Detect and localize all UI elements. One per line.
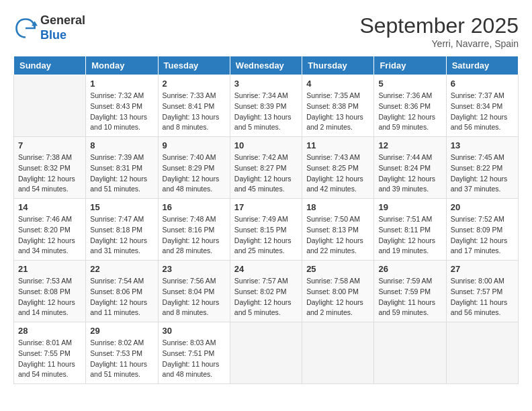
logo: General Blue bbox=[13, 13, 85, 42]
calendar-cell: 25Sunrise: 7:58 AMSunset: 8:00 PMDayligh… bbox=[302, 261, 374, 322]
day-detail: Sunrise: 7:51 AMSunset: 8:11 PMDaylight:… bbox=[378, 214, 441, 257]
day-detail: Sunrise: 7:54 AMSunset: 8:06 PMDaylight:… bbox=[90, 276, 153, 318]
calendar-cell: 3Sunrise: 7:34 AMSunset: 8:39 PMDaylight… bbox=[230, 75, 302, 137]
day-detail: Sunrise: 7:40 AMSunset: 8:29 PMDaylight:… bbox=[163, 152, 226, 195]
calendar-cell: 21Sunrise: 7:53 AMSunset: 8:08 PMDayligh… bbox=[14, 261, 86, 322]
day-detail: Sunrise: 7:37 AMSunset: 8:34 PMDaylight:… bbox=[451, 91, 514, 133]
day-detail: Sunrise: 7:38 AMSunset: 8:32 PMDaylight:… bbox=[18, 152, 81, 195]
day-detail: Sunrise: 7:32 AMSunset: 8:43 PMDaylight:… bbox=[90, 91, 153, 133]
day-number: 15 bbox=[90, 202, 153, 212]
day-detail: Sunrise: 7:58 AMSunset: 8:00 PMDaylight:… bbox=[306, 276, 369, 318]
day-number: 6 bbox=[451, 79, 514, 89]
day-detail: Sunrise: 7:43 AMSunset: 8:25 PMDaylight:… bbox=[306, 152, 369, 195]
day-number: 4 bbox=[306, 79, 369, 89]
day-detail: Sunrise: 7:36 AMSunset: 8:36 PMDaylight:… bbox=[378, 91, 441, 133]
day-detail: Sunrise: 8:03 AMSunset: 7:51 PMDaylight:… bbox=[163, 338, 226, 380]
day-number: 5 bbox=[378, 79, 441, 89]
day-detail: Sunrise: 7:46 AMSunset: 8:20 PMDaylight:… bbox=[18, 214, 81, 257]
page-header: General Blue September 2025 Yerri, Navar… bbox=[13, 13, 519, 49]
day-detail: Sunrise: 7:35 AMSunset: 8:38 PMDaylight:… bbox=[306, 91, 369, 133]
title-block: September 2025 Yerri, Navarre, Spain bbox=[359, 13, 519, 49]
day-number: 17 bbox=[234, 202, 298, 212]
day-number: 3 bbox=[234, 79, 298, 89]
day-number: 22 bbox=[90, 264, 153, 274]
day-detail: Sunrise: 7:39 AMSunset: 8:31 PMDaylight:… bbox=[90, 152, 153, 195]
calendar-cell: 27Sunrise: 8:00 AMSunset: 7:57 PMDayligh… bbox=[446, 261, 518, 322]
calendar-cell: 24Sunrise: 7:57 AMSunset: 8:02 PMDayligh… bbox=[230, 261, 302, 322]
calendar-cell: 16Sunrise: 7:48 AMSunset: 8:16 PMDayligh… bbox=[158, 199, 230, 261]
day-number: 21 bbox=[18, 264, 81, 274]
day-number: 11 bbox=[306, 140, 369, 150]
calendar-header-row: SundayMondayTuesdayWednesdayThursdayFrid… bbox=[14, 56, 519, 75]
day-number: 23 bbox=[163, 264, 226, 274]
day-number: 29 bbox=[90, 326, 153, 336]
day-detail: Sunrise: 7:33 AMSunset: 8:41 PMDaylight:… bbox=[163, 91, 226, 133]
day-detail: Sunrise: 8:00 AMSunset: 7:57 PMDaylight:… bbox=[451, 276, 514, 318]
day-number: 28 bbox=[18, 326, 81, 336]
day-detail: Sunrise: 7:48 AMSunset: 8:16 PMDaylight:… bbox=[163, 214, 226, 257]
day-detail: Sunrise: 7:52 AMSunset: 8:09 PMDaylight:… bbox=[451, 214, 514, 257]
calendar-cell bbox=[230, 322, 302, 384]
day-detail: Sunrise: 7:56 AMSunset: 8:04 PMDaylight:… bbox=[163, 276, 226, 318]
calendar-cell: 29Sunrise: 8:02 AMSunset: 7:53 PMDayligh… bbox=[86, 322, 158, 384]
day-number: 27 bbox=[451, 264, 514, 274]
day-number: 7 bbox=[18, 140, 81, 150]
calendar-cell: 30Sunrise: 8:03 AMSunset: 7:51 PMDayligh… bbox=[158, 322, 230, 384]
calendar-cell: 13Sunrise: 7:45 AMSunset: 8:22 PMDayligh… bbox=[446, 137, 518, 199]
calendar-cell: 17Sunrise: 7:49 AMSunset: 8:15 PMDayligh… bbox=[230, 199, 302, 261]
day-detail: Sunrise: 7:42 AMSunset: 8:27 PMDaylight:… bbox=[234, 152, 298, 195]
col-header-wednesday: Wednesday bbox=[230, 56, 302, 75]
calendar-cell: 11Sunrise: 7:43 AMSunset: 8:25 PMDayligh… bbox=[302, 137, 374, 199]
logo-icon bbox=[13, 16, 38, 40]
logo-text: General Blue bbox=[40, 13, 85, 42]
col-header-friday: Friday bbox=[374, 56, 446, 75]
day-detail: Sunrise: 7:57 AMSunset: 8:02 PMDaylight:… bbox=[234, 276, 298, 318]
col-header-thursday: Thursday bbox=[302, 56, 374, 75]
calendar-cell: 23Sunrise: 7:56 AMSunset: 8:04 PMDayligh… bbox=[158, 261, 230, 322]
calendar-cell: 15Sunrise: 7:47 AMSunset: 8:18 PMDayligh… bbox=[86, 199, 158, 261]
calendar-cell bbox=[446, 322, 518, 384]
calendar-cell: 9Sunrise: 7:40 AMSunset: 8:29 PMDaylight… bbox=[158, 137, 230, 199]
calendar-cell: 14Sunrise: 7:46 AMSunset: 8:20 PMDayligh… bbox=[14, 199, 86, 261]
calendar-cell: 22Sunrise: 7:54 AMSunset: 8:06 PMDayligh… bbox=[86, 261, 158, 322]
day-number: 30 bbox=[163, 326, 226, 336]
col-header-tuesday: Tuesday bbox=[158, 56, 230, 75]
day-number: 9 bbox=[163, 140, 226, 150]
calendar-cell: 4Sunrise: 7:35 AMSunset: 8:38 PMDaylight… bbox=[302, 75, 374, 137]
calendar-cell bbox=[374, 322, 446, 384]
day-number: 18 bbox=[306, 202, 369, 212]
day-detail: Sunrise: 7:45 AMSunset: 8:22 PMDaylight:… bbox=[451, 152, 514, 195]
day-detail: Sunrise: 7:59 AMSunset: 7:59 PMDaylight:… bbox=[378, 276, 441, 318]
calendar-cell: 26Sunrise: 7:59 AMSunset: 7:59 PMDayligh… bbox=[374, 261, 446, 322]
calendar-cell: 28Sunrise: 8:01 AMSunset: 7:55 PMDayligh… bbox=[14, 322, 86, 384]
calendar-week-2: 7Sunrise: 7:38 AMSunset: 8:32 PMDaylight… bbox=[14, 137, 519, 199]
day-number: 1 bbox=[90, 79, 153, 89]
day-number: 19 bbox=[378, 202, 441, 212]
col-header-monday: Monday bbox=[86, 56, 158, 75]
day-detail: Sunrise: 7:47 AMSunset: 8:18 PMDaylight:… bbox=[90, 214, 153, 257]
calendar-table: SundayMondayTuesdayWednesdayThursdayFrid… bbox=[13, 56, 519, 384]
day-number: 2 bbox=[163, 79, 226, 89]
calendar-cell: 8Sunrise: 7:39 AMSunset: 8:31 PMDaylight… bbox=[86, 137, 158, 199]
day-number: 16 bbox=[163, 202, 226, 212]
calendar-cell: 12Sunrise: 7:44 AMSunset: 8:24 PMDayligh… bbox=[374, 137, 446, 199]
day-detail: Sunrise: 8:01 AMSunset: 7:55 PMDaylight:… bbox=[18, 338, 81, 380]
day-detail: Sunrise: 7:53 AMSunset: 8:08 PMDaylight:… bbox=[18, 276, 81, 318]
day-number: 8 bbox=[90, 140, 153, 150]
calendar-cell: 19Sunrise: 7:51 AMSunset: 8:11 PMDayligh… bbox=[374, 199, 446, 261]
day-number: 12 bbox=[378, 140, 441, 150]
day-detail: Sunrise: 7:49 AMSunset: 8:15 PMDaylight:… bbox=[234, 214, 298, 257]
day-number: 10 bbox=[234, 140, 298, 150]
day-number: 13 bbox=[451, 140, 514, 150]
calendar-cell: 10Sunrise: 7:42 AMSunset: 8:27 PMDayligh… bbox=[230, 137, 302, 199]
month-title: September 2025 bbox=[359, 13, 519, 38]
day-detail: Sunrise: 7:44 AMSunset: 8:24 PMDaylight:… bbox=[378, 152, 441, 195]
calendar-week-3: 14Sunrise: 7:46 AMSunset: 8:20 PMDayligh… bbox=[14, 199, 519, 261]
day-number: 26 bbox=[378, 264, 441, 274]
calendar-cell bbox=[302, 322, 374, 384]
day-number: 24 bbox=[234, 264, 298, 274]
calendar-cell: 20Sunrise: 7:52 AMSunset: 8:09 PMDayligh… bbox=[446, 199, 518, 261]
calendar-week-4: 21Sunrise: 7:53 AMSunset: 8:08 PMDayligh… bbox=[14, 261, 519, 322]
calendar-cell: 2Sunrise: 7:33 AMSunset: 8:41 PMDaylight… bbox=[158, 75, 230, 137]
calendar-week-1: 1Sunrise: 7:32 AMSunset: 8:43 PMDaylight… bbox=[14, 75, 519, 137]
